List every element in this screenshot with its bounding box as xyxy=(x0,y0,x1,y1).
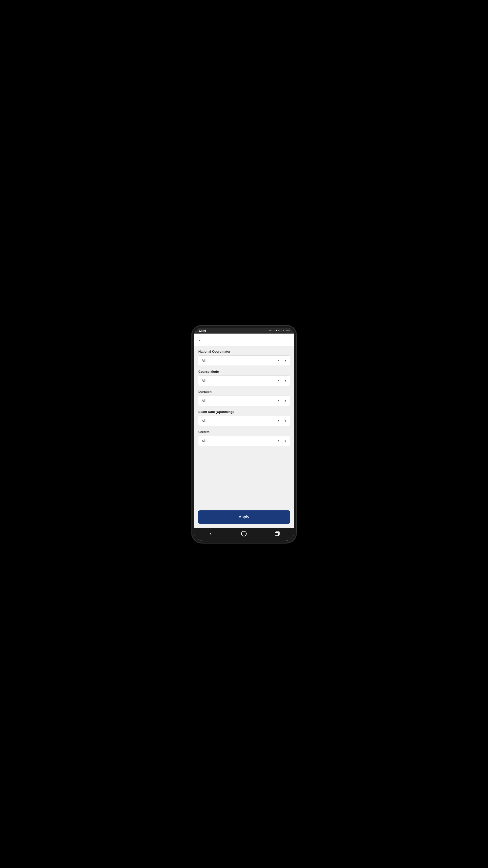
course-mode-value: All xyxy=(202,379,206,383)
phone-frame: 12:46 VoLTE ▾ 5G+ ▲ 67% ‹ National Coord… xyxy=(192,326,296,542)
signal-bars-icon: ▲ xyxy=(283,330,285,332)
nav-back-button[interactable]: ‹ xyxy=(206,530,216,537)
apply-area: Apply xyxy=(194,507,294,528)
filter-section-duration: Duration All ▼ xyxy=(198,390,290,406)
course-mode-arrow-icon: ▼ xyxy=(278,379,280,382)
volte-icon: VoLTE xyxy=(269,330,275,332)
credits-label: Credits xyxy=(198,430,290,434)
exam-date-label: Exam Date (Upcoming) xyxy=(198,410,290,414)
credits-value: All xyxy=(202,439,206,443)
national-coordinator-select[interactable]: All ▼ xyxy=(198,355,290,366)
filter-section-exam-date: Exam Date (Upcoming) All ▼ xyxy=(198,410,290,426)
exam-date-value: All xyxy=(202,419,206,423)
exam-date-select-wrapper[interactable]: All ▼ xyxy=(198,416,290,426)
apply-button[interactable]: Apply xyxy=(198,510,290,524)
nav-back-icon: ‹ xyxy=(210,531,212,536)
nav-home-icon xyxy=(241,531,247,536)
battery-icon: 67% xyxy=(286,330,290,332)
status-time: 12:46 xyxy=(198,329,206,333)
national-coordinator-label: National Coordinator xyxy=(198,350,290,353)
duration-arrow-icon: ▼ xyxy=(278,399,280,402)
phone-screen: 12:46 VoLTE ▾ 5G+ ▲ 67% ‹ National Coord… xyxy=(194,328,294,540)
status-icons: VoLTE ▾ 5G+ ▲ 67% xyxy=(269,330,290,332)
credits-arrow-icon: ▼ xyxy=(278,439,280,442)
app-content: ‹ National Coordinator All ▼ Course xyxy=(194,334,294,528)
nav-recent-icon xyxy=(275,531,280,536)
national-coordinator-arrow-icon: ▼ xyxy=(278,359,280,362)
national-coordinator-select-wrapper[interactable]: All ▼ xyxy=(198,355,290,366)
main-area: National Coordinator All ▼ Course Mode A… xyxy=(194,347,294,507)
filter-section-credits: Credits All ▼ xyxy=(198,430,290,446)
duration-label: Duration xyxy=(198,390,290,394)
credits-select[interactable]: All ▼ xyxy=(198,436,290,446)
bottom-nav: ‹ xyxy=(194,528,294,540)
back-button[interactable]: ‹ xyxy=(198,337,202,343)
status-bar: 12:46 VoLTE ▾ 5G+ ▲ 67% xyxy=(194,328,294,334)
credits-select-wrapper[interactable]: All ▼ xyxy=(198,436,290,446)
exam-date-select[interactable]: All ▼ xyxy=(198,416,290,426)
course-mode-select-wrapper[interactable]: All ▼ xyxy=(198,375,290,386)
duration-select[interactable]: All ▼ xyxy=(198,396,290,406)
duration-select-wrapper[interactable]: All ▼ xyxy=(198,396,290,406)
course-mode-label: Course Mode xyxy=(198,370,290,373)
course-mode-select[interactable]: All ▼ xyxy=(198,375,290,386)
signal-icon: 5G+ xyxy=(278,330,282,332)
wifi-icon: ▾ xyxy=(276,330,277,332)
filter-section-national-coordinator: National Coordinator All ▼ xyxy=(198,350,290,366)
nav-recent-button[interactable] xyxy=(272,530,282,537)
filter-section-course-mode: Course Mode All ▼ xyxy=(198,370,290,386)
app-header: ‹ xyxy=(194,334,294,347)
exam-date-arrow-icon: ▼ xyxy=(278,420,280,422)
national-coordinator-value: All xyxy=(202,359,206,363)
nav-home-button[interactable] xyxy=(239,530,249,537)
duration-value: All xyxy=(202,399,206,403)
spacer xyxy=(198,450,290,504)
